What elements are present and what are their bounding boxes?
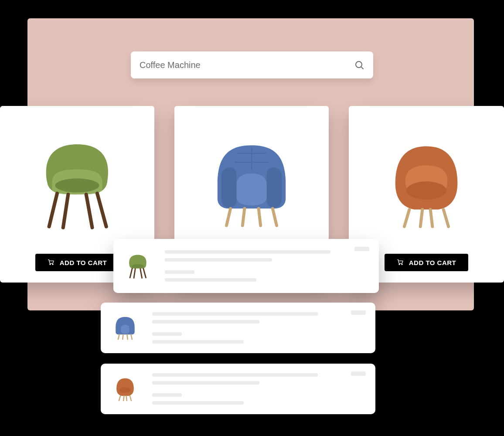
add-to-cart-button[interactable]: ADD TO CART xyxy=(385,254,469,271)
skeleton-line xyxy=(152,320,259,324)
chair-blue-icon xyxy=(201,134,302,235)
skeleton-line xyxy=(152,332,182,336)
svg-point-4 xyxy=(52,264,53,265)
skeleton-line xyxy=(165,258,272,262)
cart-icon xyxy=(397,259,404,267)
skeleton-price xyxy=(351,310,366,315)
product-image xyxy=(174,106,329,254)
svg-point-10 xyxy=(406,181,446,199)
skeleton-line xyxy=(165,278,256,282)
svg-point-3 xyxy=(50,264,51,265)
svg-point-13 xyxy=(132,264,144,268)
chair-blue-icon xyxy=(111,312,139,344)
search-bar[interactable] xyxy=(131,51,373,78)
skeleton-line xyxy=(152,373,318,377)
list-item-text xyxy=(165,250,354,282)
svg-point-14 xyxy=(119,387,131,393)
cart-icon xyxy=(48,259,54,267)
list-item[interactable] xyxy=(101,364,375,414)
list-item-thumbnail xyxy=(110,372,140,406)
product-image xyxy=(0,106,154,254)
skeleton-line xyxy=(152,393,182,397)
product-image xyxy=(349,106,504,254)
search-icon[interactable] xyxy=(354,60,364,70)
skeleton-line xyxy=(165,250,330,254)
svg-point-0 xyxy=(356,61,362,68)
skeleton-price xyxy=(354,247,369,251)
add-to-cart-label: ADD TO CART xyxy=(409,259,456,266)
list-item[interactable] xyxy=(113,239,379,293)
list-item-thumbnail xyxy=(110,311,140,345)
list-item[interactable] xyxy=(101,303,375,353)
svg-point-12 xyxy=(402,264,402,265)
svg-line-1 xyxy=(361,67,363,69)
list-item-text xyxy=(152,312,351,344)
chair-orange-icon xyxy=(111,373,139,405)
list-item-thumbnail xyxy=(123,249,153,283)
skeleton-line xyxy=(152,312,318,316)
skeleton-price xyxy=(351,371,366,376)
add-to-cart-label: ADD TO CART xyxy=(60,259,107,266)
skeleton-line xyxy=(152,381,259,385)
search-input[interactable] xyxy=(140,60,354,70)
skeleton-line xyxy=(165,270,194,274)
skeleton-line xyxy=(152,401,244,405)
add-to-cart-button[interactable]: ADD TO CART xyxy=(35,254,119,271)
skeleton-line xyxy=(152,340,244,344)
chair-orange-icon xyxy=(376,134,477,235)
chair-green-icon xyxy=(124,250,152,282)
list-item-text xyxy=(152,373,351,405)
chair-green-icon xyxy=(27,134,127,235)
svg-point-2 xyxy=(55,178,99,192)
svg-point-11 xyxy=(399,264,400,265)
